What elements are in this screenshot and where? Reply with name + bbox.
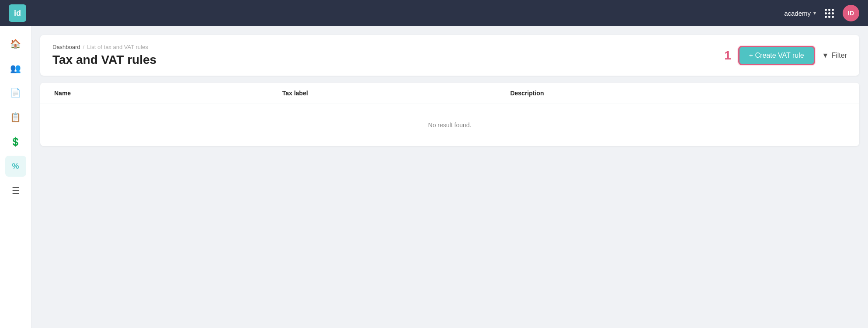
sidebar: 🏠 👥 📄 📋 💲 % ☰: [0, 26, 31, 328]
column-tax-label: Tax label: [279, 83, 507, 104]
main-content: Dashboard / List of tax and VAT rules Ta…: [31, 26, 868, 328]
sidebar-item-invoices[interactable]: 📋: [5, 107, 26, 128]
tax-rules-table-card: Name Tax label Description No result fou…: [40, 83, 859, 146]
navbar-right: academy ▾ ID: [784, 5, 859, 21]
chevron-down-icon: ▾: [813, 10, 816, 16]
page-header-right: 1 + Create VAT rule ▼ Filter: [724, 46, 847, 65]
app-logo[interactable]: id: [9, 4, 26, 22]
breadcrumb-current: List of tax and VAT rules: [87, 44, 148, 50]
apps-grid-icon: [825, 9, 834, 18]
sidebar-item-documents[interactable]: 📄: [5, 82, 26, 103]
page-header-left: Dashboard / List of tax and VAT rules Ta…: [52, 44, 156, 67]
billing-icon: 💲: [10, 136, 21, 147]
main-layout: 🏠 👥 📄 📋 💲 % ☰ Dashboard / L: [0, 26, 868, 328]
home-icon: 🏠: [10, 38, 21, 49]
sidebar-item-billing[interactable]: 💲: [5, 131, 26, 152]
column-description: Description: [507, 83, 849, 104]
documents-icon: 📄: [10, 87, 21, 98]
top-navbar: id academy ▾ ID: [0, 0, 868, 26]
menu-icon: ☰: [12, 185, 20, 196]
breadcrumb-separator: /: [83, 44, 85, 50]
breadcrumb: Dashboard / List of tax and VAT rules: [52, 44, 156, 50]
tax-icon: %: [12, 162, 19, 171]
invoices-icon: 📋: [10, 112, 21, 122]
navbar-left: id: [9, 4, 26, 22]
account-name: academy: [784, 10, 811, 17]
sidebar-item-contacts[interactable]: 👥: [5, 58, 26, 79]
filter-label: Filter: [831, 52, 847, 59]
create-vat-button[interactable]: + Create VAT rule: [738, 46, 815, 65]
filter-button[interactable]: ▼ Filter: [822, 52, 847, 59]
sidebar-item-home[interactable]: 🏠: [5, 33, 26, 54]
column-name: Name: [51, 83, 279, 104]
contacts-icon: 👥: [10, 63, 21, 73]
account-menu[interactable]: academy ▾: [784, 10, 816, 17]
breadcrumb-home[interactable]: Dashboard: [52, 44, 80, 50]
page-header-card: Dashboard / List of tax and VAT rules Ta…: [40, 35, 859, 76]
sidebar-item-menu[interactable]: ☰: [5, 180, 26, 201]
grid-icon[interactable]: [825, 9, 834, 18]
table-empty-message: No result found.: [40, 104, 859, 146]
sidebar-item-tax[interactable]: %: [5, 156, 26, 177]
filter-icon: ▼: [822, 52, 829, 59]
step-number: 1: [724, 49, 731, 63]
page-title: Tax and VAT rules: [52, 53, 156, 67]
table-header: Name Tax label Description: [40, 83, 859, 104]
user-avatar[interactable]: ID: [843, 5, 859, 21]
